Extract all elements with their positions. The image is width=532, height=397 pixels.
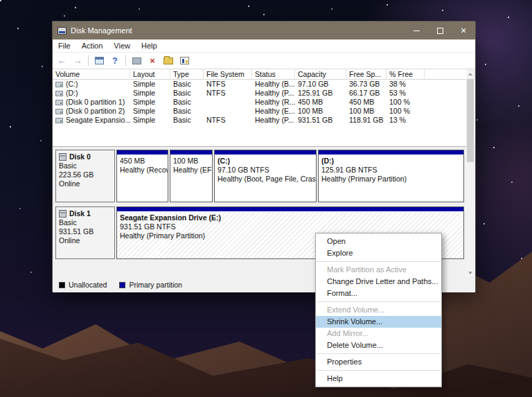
partition-color-band	[170, 150, 212, 155]
cell-status: Healthy (P...	[252, 116, 295, 125]
maximize-button[interactable]	[428, 21, 452, 39]
partition-health: Healthy (Recove	[120, 166, 165, 175]
properties-folder-icon[interactable]	[163, 55, 174, 67]
cell-filesystem	[204, 98, 252, 107]
volume-icon	[55, 100, 63, 105]
cell-layout: Simple	[130, 89, 170, 98]
scrollbar-thumb[interactable]	[467, 79, 474, 162]
minimize-button[interactable]	[405, 21, 428, 39]
column-header-status[interactable]: Status	[252, 69, 295, 80]
column-header-freespace[interactable]: Free Sp...	[346, 69, 387, 80]
toolbar: ← → ? ×	[53, 53, 475, 69]
menu-separator	[316, 299, 441, 304]
cell-filesystem: NTFS	[204, 89, 252, 98]
column-header-filesystem[interactable]: File System	[204, 69, 252, 80]
maximize-icon	[437, 28, 443, 34]
menu-item-extend-volume: Extend Volume...	[316, 304, 441, 316]
cell-capacity: 450 MB	[295, 98, 346, 107]
legend-label: Primary partition	[129, 281, 181, 289]
console-window-icon[interactable]	[94, 55, 105, 67]
column-header-volume[interactable]: Volume	[53, 69, 130, 80]
table-row[interactable]: (Disk 0 partition 1) Simple Basic Health…	[53, 98, 475, 107]
cell-status: Healthy (R...	[252, 98, 295, 107]
window-title: Disk Management	[71, 26, 405, 35]
menu-item-delete-volume[interactable]: Delete Volume...	[316, 339, 441, 351]
partition-recovery[interactable]: 450 MB Healthy (Recove	[116, 150, 168, 202]
legend-label: Unallocated	[69, 281, 107, 289]
table-row[interactable]: (D:) Simple Basic NTFS Healthy (P... 125…	[53, 89, 475, 98]
partition-title: Seagate Expansion Drive (E:)	[120, 213, 461, 222]
disk-status: Online	[59, 179, 112, 188]
partition-size: 931.51 GB NTFS	[120, 222, 461, 231]
menu-help[interactable]: Help	[136, 39, 163, 52]
toolbar-divider	[88, 55, 89, 66]
cell-freespace: 66.17 GB	[346, 89, 387, 98]
titlebar[interactable]: Disk Management ×	[53, 21, 475, 39]
disk-name: Disk 0	[69, 152, 91, 161]
disk-kind: Basic	[59, 218, 112, 227]
menu-item-properties[interactable]: Properties	[316, 356, 441, 368]
menu-item-format[interactable]: Format...	[316, 288, 441, 299]
menu-action[interactable]: Action	[76, 39, 109, 52]
menu-item-open[interactable]: Open	[316, 236, 441, 247]
disk-usage-icon[interactable]	[179, 55, 190, 67]
menu-item-explore[interactable]: Explore	[316, 247, 441, 259]
disk-0-label[interactable]: Disk 0 Basic 223.56 GB Online	[55, 150, 115, 202]
disk-1-label[interactable]: Disk 1 Basic 931.51 GB Online	[55, 206, 115, 259]
disk-name: Disk 1	[69, 209, 91, 218]
partition-health: Healthy (Boot, Page File, Crash Du	[218, 175, 313, 184]
column-header-capacity[interactable]: Capacity	[295, 69, 346, 80]
close-button[interactable]: ×	[452, 21, 475, 39]
cell-filesystem: NTFS	[204, 116, 252, 125]
partition-efi[interactable]: 100 MB Healthy (EF	[170, 150, 213, 202]
partition-size: 125.91 GB NTFS	[321, 166, 461, 175]
partition-title: (C:)	[218, 157, 313, 166]
disk-size: 931.51 GB	[59, 227, 112, 236]
cell-freespace: 450 MB	[346, 98, 387, 107]
partition-d[interactable]: (D:) 125.91 GB NTFS Healthy (Primary Par…	[318, 150, 464, 202]
cell-status: Healthy (E...	[252, 107, 295, 116]
cell-type: Basic	[170, 116, 204, 125]
cell-filesystem: NTFS	[204, 80, 252, 89]
cell-percentfree: 38 %	[387, 80, 425, 89]
scroll-up-icon[interactable]	[466, 69, 475, 78]
menu-item-help[interactable]: Help	[316, 373, 441, 385]
table-row[interactable]: Seagate Expansio... Simple Basic NTFS He…	[53, 116, 475, 125]
column-header-layout[interactable]: Layout	[130, 69, 170, 80]
partition-health: Healthy (EF	[173, 166, 209, 175]
help-icon[interactable]: ?	[109, 55, 121, 67]
column-header-type[interactable]: Type	[170, 69, 204, 80]
cell-status: Healthy (P...	[252, 89, 295, 98]
partition-c[interactable]: (C:) 97.10 GB NTFS Healthy (Boot, Page F…	[214, 150, 317, 202]
back-arrow-icon[interactable]: ←	[56, 55, 67, 67]
delete-icon[interactable]: ×	[147, 55, 158, 67]
cell-percentfree: 53 %	[387, 89, 425, 98]
table-row[interactable]: (C:) Simple Basic NTFS Healthy (B... 97.…	[53, 80, 475, 89]
forward-arrow-icon[interactable]: →	[72, 55, 83, 67]
column-header-percentfree[interactable]: % Free	[387, 69, 425, 80]
stars	[0, 0, 1, 1]
menu-separator	[316, 351, 441, 356]
cell-volume: (Disk 0 partition 1)	[66, 98, 125, 107]
menu-item-shrink-volume[interactable]: Shrink Volume...	[316, 316, 441, 328]
computer-icon[interactable]	[131, 55, 142, 67]
unallocated-swatch	[59, 282, 65, 288]
cell-layout: Simple	[130, 107, 170, 116]
partition-color-band	[117, 150, 168, 155]
menu-bar: File Action View Help	[53, 39, 475, 53]
menu-item-change-drive-letter[interactable]: Change Drive Letter and Paths...	[316, 276, 441, 288]
menu-view[interactable]: View	[108, 39, 136, 52]
cell-capacity: 100 MB	[295, 107, 346, 116]
cell-percentfree: 13 %	[387, 116, 425, 125]
cell-type: Basic	[170, 80, 204, 89]
volume-icon	[55, 82, 63, 87]
cell-type: Basic	[170, 107, 204, 116]
minimize-icon	[414, 30, 420, 31]
cell-volume: (Disk 0 partition 2)	[66, 107, 125, 116]
menu-file[interactable]: File	[53, 39, 76, 52]
scroll-down-icon[interactable]	[466, 268, 475, 277]
table-row[interactable]: (Disk 0 partition 2) Simple Basic Health…	[53, 107, 475, 116]
vertical-scrollbar[interactable]	[466, 69, 475, 277]
primary-partition-swatch	[119, 282, 125, 288]
volume-icon	[55, 118, 63, 123]
